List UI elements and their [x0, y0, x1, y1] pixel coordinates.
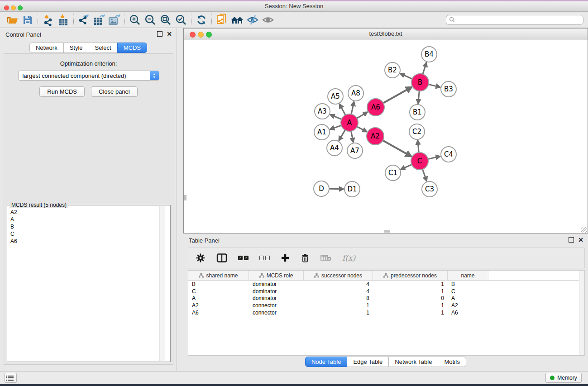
table-cell[interactable]: 1 — [373, 288, 448, 295]
table-cell[interactable]: 1 — [304, 302, 373, 309]
table-cell[interactable]: A6 — [448, 309, 488, 316]
main-title-bar[interactable]: Session: New Session — [0, 1, 588, 12]
search-input[interactable] — [455, 16, 583, 24]
mcds-result-item[interactable]: B — [10, 223, 170, 230]
deselect-all-columns-icon[interactable] — [259, 256, 270, 260]
mcds-result-item[interactable]: A — [10, 216, 170, 223]
graph-node-C3[interactable]: C3 — [422, 181, 437, 197]
refresh-layout-icon[interactable] — [194, 13, 209, 27]
tab-motifs[interactable]: Motifs — [438, 357, 466, 367]
mcds-result-item[interactable]: A2 — [10, 209, 170, 216]
graph-node-C[interactable]: C — [411, 152, 428, 170]
select-all-columns-icon[interactable]: ✓✓ — [238, 256, 249, 260]
graph-edge-C-C3[interactable] — [422, 169, 426, 181]
graph-edge-C-C4[interactable] — [428, 156, 440, 159]
tab-edge-table[interactable]: Edge Table — [347, 357, 389, 367]
resize-grip-icon[interactable] — [581, 227, 587, 233]
graph-edge-A-A7[interactable] — [351, 131, 354, 143]
open-session-icon[interactable] — [5, 13, 20, 27]
graph-edge-A-A2[interactable] — [357, 127, 367, 132]
graph-edge-A-A8[interactable] — [351, 102, 354, 114]
table-cell[interactable]: A — [448, 295, 488, 302]
table-cell[interactable]: 8 — [304, 295, 373, 302]
close-panel-icon[interactable]: ✕ — [167, 32, 172, 36]
table-row[interactable]: A2connector11A2 — [188, 302, 584, 309]
vertical-scroll-indicator[interactable] — [184, 195, 186, 200]
graph-node-C4[interactable]: C4 — [441, 147, 456, 162]
criterion-dropdown[interactable]: largest connected component (directed) ▲… — [18, 71, 159, 81]
zoom-in-icon[interactable] — [127, 13, 143, 27]
search-box[interactable] — [446, 15, 583, 25]
table-cell[interactable]: connector — [249, 302, 304, 309]
network-document-icon[interactable] — [214, 13, 229, 27]
show-column-panel-icon[interactable] — [216, 253, 227, 262]
export-table-icon[interactable] — [91, 13, 107, 27]
export-network-icon[interactable] — [76, 13, 91, 27]
graph-node-A5[interactable]: A5 — [328, 89, 343, 104]
function-builder-icon[interactable]: f(x) — [342, 253, 355, 262]
table-cell[interactable]: dominator — [249, 295, 304, 302]
graph-edge-B-B3[interactable] — [428, 84, 440, 87]
task-history-button[interactable] — [5, 373, 17, 383]
graph-edge-B-B1[interactable] — [418, 91, 420, 104]
tab-mcds[interactable]: MCDS — [117, 43, 147, 53]
graph-node-A4[interactable]: A4 — [327, 140, 342, 156]
mcds-result-list[interactable]: A2ABCA6 — [7, 205, 170, 245]
graph-edge-A-A6[interactable] — [357, 112, 367, 119]
table-cell[interactable]: 4 — [304, 281, 373, 288]
graph-node-B2[interactable]: B2 — [385, 62, 400, 78]
table-cell[interactable]: 1 — [373, 302, 448, 309]
tab-network[interactable]: Network — [29, 43, 64, 53]
table-cell[interactable]: B — [188, 281, 249, 288]
tab-network-table[interactable]: Network Table — [388, 357, 438, 367]
column-header-successor-nodes[interactable]: successor nodes — [304, 271, 373, 280]
network-window-title-bar[interactable]: testGlobe.txt — [184, 29, 588, 40]
graph-node-C2[interactable]: C2 — [409, 124, 425, 139]
table-cell[interactable]: connector — [249, 309, 304, 316]
table-scrollbar[interactable] — [579, 271, 584, 355]
mcds-result-item[interactable]: C — [10, 230, 170, 238]
graph-node-B1[interactable]: B1 — [410, 105, 425, 120]
graph-node-A1[interactable]: A1 — [314, 124, 330, 140]
graph-node-D[interactable]: D — [314, 181, 329, 196]
float-table-panel-icon[interactable] — [569, 237, 574, 243]
graph-node-A3[interactable]: A3 — [315, 104, 330, 119]
delete-table-icon[interactable] — [320, 254, 331, 262]
tab-select[interactable]: Select — [89, 43, 118, 53]
home-icon[interactable] — [229, 13, 245, 27]
delete-column-trash-icon[interactable] — [301, 253, 310, 263]
table-cell[interactable]: 1 — [373, 309, 448, 316]
zoom-selected-icon[interactable] — [173, 13, 189, 27]
zoom-fit-icon[interactable] — [158, 13, 173, 27]
graph-node-C1[interactable]: C1 — [385, 165, 401, 181]
close-table-panel-icon[interactable]: ✕ — [578, 238, 583, 242]
mcds-result-item[interactable]: A6 — [10, 238, 170, 245]
graph-node-A7[interactable]: A7 — [347, 143, 363, 158]
graph-edge-C-C1[interactable] — [401, 165, 411, 170]
table-cell[interactable]: C — [448, 288, 488, 295]
tab-style[interactable]: Style — [63, 43, 89, 53]
float-panel-icon[interactable] — [157, 31, 163, 37]
graph-edge-B-B4[interactable] — [423, 62, 426, 74]
table-cell[interactable]: dominator — [249, 288, 304, 295]
memory-button[interactable]: Memory — [545, 373, 582, 383]
show-details-eye-icon[interactable] — [260, 13, 276, 27]
graph-node-B[interactable]: B — [411, 74, 429, 91]
table-row[interactable]: Cdominator41C — [188, 288, 584, 295]
graph-node-A[interactable]: A — [341, 114, 358, 131]
graph-edge-C-C2[interactable] — [418, 140, 419, 152]
graph-node-A6[interactable]: A6 — [367, 99, 384, 116]
graph-node-B4[interactable]: B4 — [421, 47, 437, 62]
column-header-predecessor-nodes[interactable]: predecessor nodes — [373, 271, 448, 280]
column-header-name[interactable]: name — [448, 271, 488, 280]
graph-edge-A-A4[interactable] — [339, 130, 345, 140]
tab-node-table[interactable]: Node Table — [305, 357, 348, 367]
result-scrollbar[interactable] — [159, 206, 165, 361]
graph-edge-A-A3[interactable] — [330, 114, 342, 119]
save-session-icon[interactable] — [20, 13, 35, 27]
graph-edge-A-A5[interactable] — [339, 104, 345, 115]
import-table-icon[interactable] — [56, 13, 71, 27]
graph-node-B3[interactable]: B3 — [441, 81, 456, 97]
table-cell[interactable]: 0 — [373, 295, 448, 302]
graph-edge-A2-C[interactable] — [383, 140, 411, 156]
